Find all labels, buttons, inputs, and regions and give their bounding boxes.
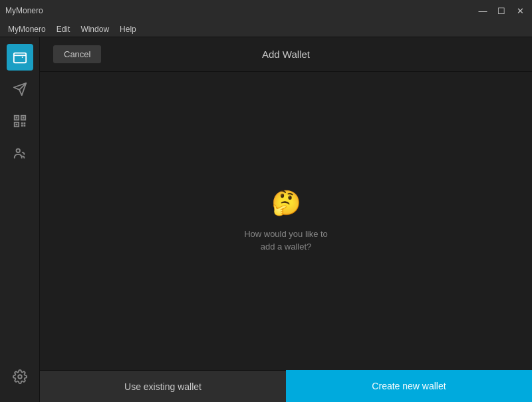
content-area: 🤔 How would you like to add a wallet? [40,72,532,370]
app-title: MyMonero [5,6,43,15]
menu-window[interactable]: Window [75,21,114,37]
sidebar-item-qr[interactable] [7,108,33,134]
page-title: Add Wallet [262,49,310,60]
sidebar-item-settings[interactable] [7,363,33,390]
thinking-emoji: 🤔 [271,189,301,217]
svg-rect-10 [23,125,25,127]
svg-rect-0 [13,53,25,63]
prompt-text: How would you like to add a wallet? [244,228,328,254]
svg-rect-6 [15,124,17,126]
svg-rect-8 [23,122,25,124]
cancel-button[interactable]: Cancel [53,45,101,63]
svg-rect-7 [21,122,23,124]
sidebar [0,37,40,402]
menu-help[interactable]: Help [114,21,142,37]
svg-rect-4 [22,117,24,119]
send-icon [13,82,27,97]
title-bar: MyMonero — ☐ ✕ [0,0,532,21]
main-content: Cancel Add Wallet 🤔 How would you like t… [40,37,532,402]
svg-rect-2 [15,117,17,119]
menu-mymonero[interactable]: MyMonero [3,21,51,37]
window-controls: — ☐ ✕ [476,4,527,17]
settings-icon [13,369,27,384]
wallet-icon [13,50,27,65]
close-button[interactable]: ✕ [513,4,527,17]
maximize-button[interactable]: ☐ [495,4,508,17]
contacts-icon [13,146,27,160]
svg-point-11 [16,149,20,153]
bottom-bar: Use existing wallet Create new wallet [40,370,532,402]
qr-icon [13,114,27,128]
use-existing-wallet-button[interactable]: Use existing wallet [40,370,286,402]
svg-rect-9 [21,125,23,127]
svg-point-12 [18,375,22,379]
menu-bar: MyMonero Edit Window Help [0,21,532,37]
header: Cancel Add Wallet [40,37,532,72]
sidebar-item-send[interactable] [7,76,33,102]
minimize-button[interactable]: — [476,4,489,17]
sidebar-item-contacts[interactable] [7,140,33,166]
app-layout: Cancel Add Wallet 🤔 How would you like t… [0,37,532,402]
menu-edit[interactable]: Edit [51,21,76,37]
create-new-wallet-button[interactable]: Create new wallet [286,370,532,402]
sidebar-item-wallet[interactable] [7,44,33,71]
